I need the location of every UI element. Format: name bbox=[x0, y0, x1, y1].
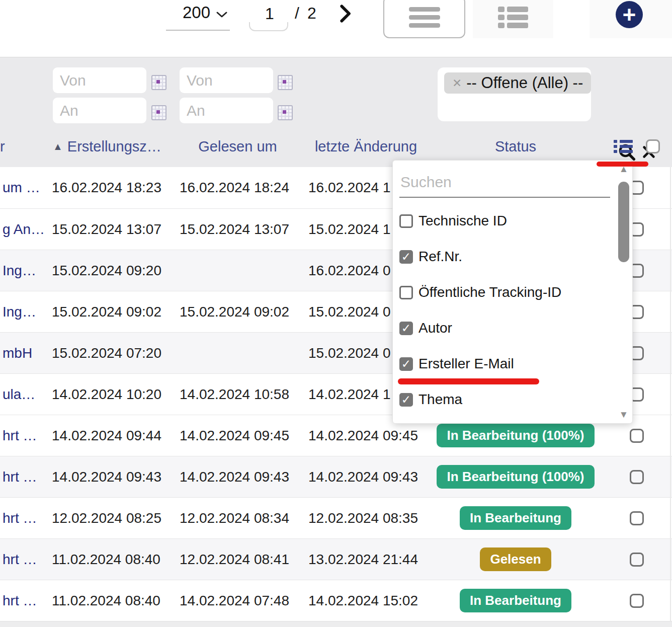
chevron-down-icon bbox=[216, 11, 228, 21]
header-created[interactable]: ▲ Erstellungsz… bbox=[48, 138, 174, 155]
row-select-cell bbox=[601, 594, 672, 608]
created-cell: 16.02.2024 18:23 bbox=[48, 180, 174, 196]
status-cell: Gelesen bbox=[430, 547, 601, 571]
read-from-input[interactable] bbox=[180, 67, 273, 93]
checkbox-icon[interactable] bbox=[399, 250, 413, 264]
last-change-cell: 13.02.2024 21:44 bbox=[302, 552, 430, 568]
page-input-underline bbox=[249, 22, 288, 31]
row-checkbox[interactable] bbox=[630, 511, 644, 525]
annotation-underline-column-picker bbox=[597, 162, 648, 167]
created-cell: 15.02.2024 09:02 bbox=[48, 304, 174, 320]
select-all-checkbox[interactable] bbox=[646, 139, 660, 153]
status-badge: In Bearbeitung bbox=[460, 589, 571, 612]
created-to-input[interactable] bbox=[53, 98, 146, 123]
status-cell: In Bearbeitung bbox=[430, 506, 601, 530]
read-at-cell: 14.02.2024 09:43 bbox=[174, 469, 302, 485]
checkbox-icon[interactable] bbox=[399, 357, 413, 371]
status-cell: In Bearbeitung (100%) bbox=[430, 465, 601, 489]
header-created-label: Erstellungsz… bbox=[67, 138, 161, 155]
header-col-left-fragment[interactable]: r bbox=[0, 138, 48, 155]
header-last-change[interactable]: letzte Änderung bbox=[302, 138, 430, 155]
row-checkbox[interactable] bbox=[630, 594, 644, 608]
table-row[interactable]: hrt … 11.02.2024 08:40 12.02.2024 08:41 … bbox=[0, 538, 672, 580]
read-at-cell: 12.02.2024 08:34 bbox=[174, 510, 302, 526]
created-cell: 12.02.2024 08:25 bbox=[48, 510, 174, 526]
row-checkbox[interactable] bbox=[630, 553, 644, 567]
ticket-ref-link[interactable]: hrt … bbox=[0, 469, 48, 485]
column-option-ref-nr[interactable]: Ref.Nr. bbox=[399, 249, 561, 265]
column-picker-icon[interactable] bbox=[614, 140, 633, 153]
read-at-cell: 14.02.2024 09:45 bbox=[174, 428, 302, 444]
header-status[interactable]: Status bbox=[430, 138, 601, 155]
status-filter-multiselect[interactable]: ✕ -- Offene (Alle) -- bbox=[438, 67, 591, 121]
next-page-button[interactable] bbox=[337, 3, 357, 28]
ticket-ref-link[interactable]: hrt … bbox=[0, 428, 48, 444]
column-divider bbox=[670, 167, 671, 621]
column-search-input[interactable] bbox=[399, 168, 610, 198]
ticket-list-page: 200 / 2 + bbox=[0, 0, 672, 627]
ticket-ref-link[interactable]: ula… bbox=[0, 386, 48, 403]
created-cell: 15.02.2024 07:20 bbox=[48, 345, 174, 361]
column-option-technische-id[interactable]: Technische ID bbox=[399, 213, 561, 229]
status-cell: In Bearbeitung (100%) bbox=[430, 424, 601, 447]
row-select-cell bbox=[601, 553, 672, 567]
row-select-cell bbox=[601, 511, 672, 525]
ticket-ref-link[interactable]: Ing… bbox=[0, 304, 48, 320]
status-badge: In Bearbeitung bbox=[460, 506, 571, 530]
page-size-value: 200 bbox=[183, 3, 210, 22]
read-at-cell: 15.02.2024 09:02 bbox=[174, 304, 302, 320]
ticket-ref-link[interactable]: um … bbox=[0, 180, 48, 196]
column-option-thema[interactable]: Thema bbox=[399, 391, 561, 408]
ticket-ref-link[interactable]: hrt … bbox=[0, 510, 48, 526]
read-at-cell: 14.02.2024 10:58 bbox=[174, 386, 302, 403]
calendar-icon[interactable] bbox=[151, 105, 166, 120]
calendar-icon[interactable] bbox=[151, 75, 166, 90]
calendar-icon[interactable] bbox=[278, 105, 293, 120]
ticket-ref-link[interactable]: hrt … bbox=[0, 593, 48, 609]
detail-view-toggle-button[interactable] bbox=[473, 0, 553, 38]
read-to-input[interactable] bbox=[180, 98, 273, 123]
header-read-at[interactable]: Gelesen um bbox=[174, 138, 302, 155]
column-option-ersteller-email[interactable]: Ersteller E-Mail bbox=[399, 356, 561, 372]
status-badge: Gelesen bbox=[480, 547, 551, 571]
page-size-select[interactable]: 200 bbox=[166, 0, 230, 31]
table-row[interactable]: hrt … 14.02.2024 09:43 14.02.2024 09:43 … bbox=[0, 456, 672, 497]
column-option-tracking-id[interactable]: Öffentliche Tracking-ID bbox=[399, 284, 561, 300]
created-from-input[interactable] bbox=[53, 67, 146, 93]
checkbox-icon[interactable] bbox=[399, 286, 413, 299]
read-at-cell: 14.02.2024 07:48 bbox=[174, 593, 302, 609]
ticket-ref-link[interactable]: mbH bbox=[0, 345, 48, 361]
list-view-toggle-button[interactable] bbox=[383, 0, 465, 38]
chip-remove-icon[interactable]: ✕ bbox=[452, 76, 462, 90]
row-checkbox[interactable] bbox=[630, 470, 644, 484]
read-to-field bbox=[180, 98, 273, 123]
column-option-label: Öffentliche Tracking-ID bbox=[418, 284, 561, 300]
checkbox-icon[interactable] bbox=[399, 214, 413, 228]
scroll-down-icon[interactable]: ▼ bbox=[617, 409, 630, 420]
page-total: 2 bbox=[307, 4, 316, 23]
status-badge: In Bearbeitung (100%) bbox=[437, 424, 594, 447]
table-row[interactable]: hrt … 11.02.2024 08:40 14.02.2024 07:48 … bbox=[0, 580, 672, 621]
row-checkbox[interactable] bbox=[630, 429, 644, 443]
ticket-ref-link[interactable]: Ing… bbox=[0, 263, 48, 279]
created-cell: 15.02.2024 13:07 bbox=[48, 221, 174, 238]
checkbox-icon[interactable] bbox=[399, 322, 413, 335]
column-option-label: Thema bbox=[418, 391, 462, 408]
annotation-underline-ersteller-email bbox=[398, 378, 539, 384]
last-change-cell: 14.02.2024 15:02 bbox=[302, 593, 430, 609]
ticket-ref-link[interactable]: hrt … bbox=[0, 552, 48, 568]
column-option-autor[interactable]: Autor bbox=[399, 320, 561, 336]
checkbox-icon[interactable] bbox=[399, 393, 413, 407]
created-to-field bbox=[53, 98, 146, 123]
add-button-cell: + bbox=[590, 0, 672, 38]
table-row[interactable]: hrt … 12.02.2024 08:25 12.02.2024 08:34 … bbox=[0, 497, 672, 538]
calendar-icon[interactable] bbox=[278, 75, 293, 90]
last-change-cell: 14.02.2024 09:43 bbox=[302, 469, 430, 485]
created-cell: 14.02.2024 10:20 bbox=[48, 386, 174, 403]
add-ticket-button[interactable]: + bbox=[616, 1, 643, 28]
created-cell: 15.02.2024 09:20 bbox=[48, 263, 174, 279]
read-at-cell: 15.02.2024 13:07 bbox=[174, 221, 302, 238]
scrollbar-thumb[interactable] bbox=[618, 182, 629, 262]
created-from-field bbox=[53, 67, 146, 93]
ticket-ref-link[interactable]: g An… bbox=[0, 221, 48, 238]
